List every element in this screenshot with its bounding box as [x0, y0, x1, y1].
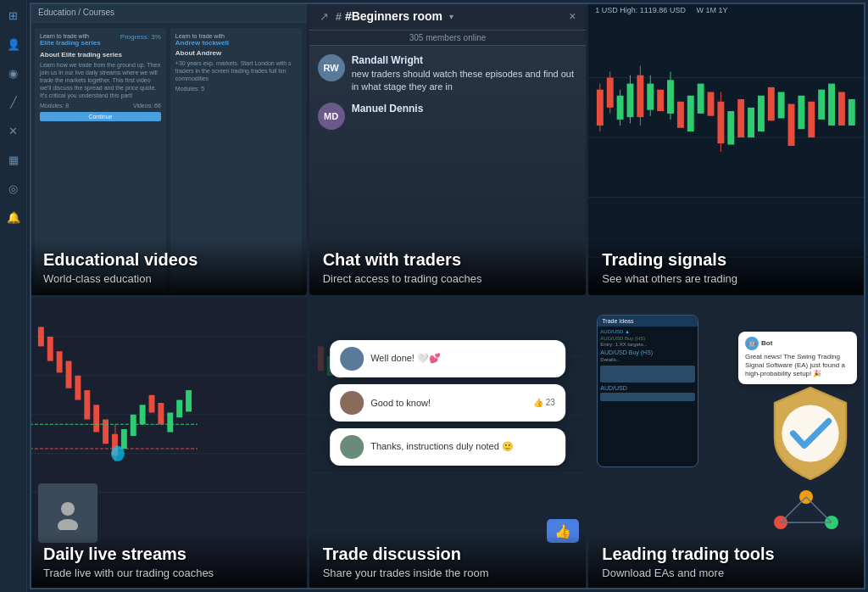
svg-rect-26: [738, 99, 745, 137]
chat-room-name: #Beginners room: [345, 9, 442, 23]
continue-button[interactable]: Continue: [40, 112, 161, 121]
tools-subtitle: Download EAs and more: [602, 567, 852, 579]
signals-overlay: Trading signals See what others are trad…: [588, 239, 865, 295]
bubble-text-3: Thanks, instructions duly noted 🙂: [370, 441, 555, 452]
svg-rect-48: [57, 351, 63, 372]
bubble-likes-2: 👍 23: [533, 398, 555, 407]
course2-meta: Modules: 5: [175, 86, 297, 92]
book-icon[interactable]: ▦: [5, 151, 22, 168]
svg-rect-29: [768, 87, 775, 121]
chat-title: Chat with traders: [323, 249, 573, 270]
course2-name: Learn to trade with: [175, 33, 297, 39]
svg-rect-46: [38, 327, 44, 346]
course1-series: Elite trading series: [40, 39, 101, 47]
trade-bubble-2: Good to know! 👍 23: [330, 384, 565, 422]
chart-line-icon[interactable]: ╱: [5, 93, 22, 110]
svg-rect-52: [93, 405, 99, 432]
user-icon[interactable]: 👤: [5, 36, 22, 53]
svg-rect-33: [809, 102, 815, 137]
bubble-text-1: Well done! 🤍💕: [370, 353, 555, 364]
bot-avatar: 🤖: [745, 337, 759, 350]
svg-rect-65: [186, 390, 192, 411]
close-icon[interactable]: ×: [569, 9, 576, 23]
daily-live-streams-card[interactable]: 144,515 144,430: [30, 298, 307, 590]
eye-icon[interactable]: ◎: [5, 180, 22, 197]
avatar-md: MD: [318, 103, 345, 130]
svg-rect-31: [788, 104, 795, 146]
chevron-down-icon: ▾: [449, 12, 453, 21]
trade-discussion-card[interactable]: Well done! 🤍💕 Good to know! 👍 23 Thanks,…: [309, 298, 587, 590]
discussion-overlay: Trade discussion Share your trades insid…: [309, 533, 587, 589]
chat-members-count: 305 members online: [309, 31, 587, 46]
svg-rect-74: [318, 346, 324, 371]
trade-bubble-3: Thanks, instructions duly noted 🙂: [330, 428, 565, 466]
signals-subtitle: See what others are trading: [602, 272, 852, 285]
sidebar: ⊞ 👤 ◉ ╱ ✕ ▦ ◎ 🔔: [0, 0, 27, 592]
card-grid: Education / Courses Learn to trade with …: [27, 0, 868, 592]
svg-rect-36: [838, 92, 845, 126]
tools-phone: Trade Ideas AUD/USD ▲ AUD/USD Buy (HS) E…: [597, 315, 698, 467]
svg-rect-47: [47, 336, 53, 360]
chat-subtitle: Direct access to trading coaches: [323, 272, 573, 285]
course1-meta: Modules: 8 Videos: 66: [40, 103, 161, 109]
svg-rect-58: [121, 429, 127, 449]
tools-phone-content: AUD/USD ▲ AUD/USD Buy (HS) Entry: 1.XX t…: [598, 327, 698, 404]
course1-about-text: Learn how we trade from the ground up. T…: [40, 61, 161, 99]
svg-rect-61: [149, 394, 155, 412]
shield-icon: [760, 383, 861, 484]
resize-icon: ↗: [320, 10, 329, 23]
course1-progress: Progress: 3%: [120, 33, 161, 48]
signals-title: Trading signals: [602, 249, 852, 270]
course1-name: Learn to trade with: [40, 33, 101, 39]
msg2-name: Manuel Dennis: [352, 103, 424, 114]
svg-rect-64: [176, 399, 182, 417]
svg-rect-21: [698, 84, 704, 114]
svg-rect-16: [657, 90, 664, 111]
tools-overlay: Leading trading tools Download EAs and m…: [588, 533, 865, 589]
svg-point-68: [58, 519, 78, 530]
chat-overlay: Chat with traders Direct access to tradi…: [309, 239, 587, 295]
edu-subtitle: World-class education: [43, 272, 293, 285]
bot-message: Great news! The Swing Trading Signal Sof…: [745, 353, 850, 379]
svg-rect-28: [758, 96, 765, 131]
edu-title: Educational videos: [43, 249, 293, 270]
course2-about-text: +30 years exp. markets. Start London wit…: [175, 59, 297, 82]
edu-header: Education / Courses: [30, 3, 307, 23]
svg-rect-63: [167, 412, 173, 432]
bell-icon[interactable]: 🔔: [5, 209, 22, 226]
msg1-name: Randall Wright: [352, 54, 578, 66]
main-container: ⊞ 👤 ◉ ╱ ✕ ▦ ◎ 🔔 Education / Courses Lear…: [0, 0, 868, 592]
svg-rect-51: [84, 390, 90, 419]
circle-icon[interactable]: ◉: [5, 64, 22, 81]
cross-settings-icon[interactable]: ✕: [5, 122, 22, 139]
bubble-avatar-3: [340, 435, 364, 459]
chat-traders-card[interactable]: ↗ # #Beginners room ▾ × 305 members onli…: [309, 3, 587, 295]
edu-overlay: Educational videos World-class education: [30, 239, 307, 295]
svg-rect-25: [728, 111, 735, 145]
tools-title: Leading trading tools: [602, 544, 852, 564]
svg-point-67: [61, 502, 75, 516]
bubble-avatar-2: [340, 391, 364, 415]
svg-line-84: [806, 497, 832, 522]
svg-rect-30: [778, 92, 785, 118]
svg-rect-60: [140, 405, 146, 424]
svg-line-83: [781, 497, 806, 522]
svg-rect-34: [819, 90, 826, 120]
bubble-avatar-1: [340, 347, 364, 371]
trade-bubble-1: Well done! 🤍💕: [330, 340, 565, 377]
svg-rect-22: [708, 92, 715, 115]
educational-videos-card[interactable]: Education / Courses Learn to trade with …: [30, 3, 307, 295]
mini-chart: [600, 366, 695, 383]
msg1-text: new traders should watch these episodes …: [352, 68, 578, 94]
chat-header: ↗ # #Beginners room ▾ ×: [309, 3, 587, 31]
trading-tools-card[interactable]: Trade Ideas AUD/USD ▲ AUD/USD Buy (HS) E…: [588, 298, 865, 590]
svg-rect-32: [798, 96, 805, 130]
discussion-title: Trade discussion: [323, 544, 573, 564]
tools-phone-header: Trade Ideas: [598, 316, 698, 327]
home-icon[interactable]: ⊞: [5, 7, 22, 24]
signals-chart-header: 1 USD High: 1119.86 USD W 1M 1Y: [588, 3, 865, 18]
trading-signals-card[interactable]: 1 USD High: 1119.86 USD W 1M 1Y: [588, 3, 865, 295]
live-overlay: Daily live streams Trade live with our t…: [30, 533, 307, 589]
svg-rect-20: [687, 96, 694, 131]
svg-rect-62: [158, 403, 164, 424]
